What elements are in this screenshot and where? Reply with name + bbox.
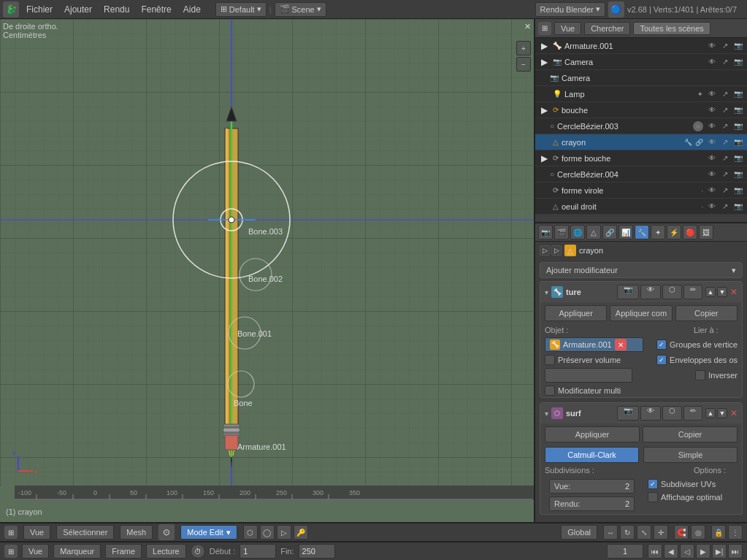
menu-rendu[interactable]: Rendu [98, 3, 135, 16]
render-icon-3[interactable]: 📷 [732, 88, 744, 100]
mode-icon[interactable]: ⊙ [158, 524, 175, 540]
shading-render-btn[interactable]: 🔑 [294, 525, 308, 540]
snap-btn[interactable]: 🧲 [674, 525, 689, 540]
go-start-btn[interactable]: ⏮ [648, 544, 662, 559]
mod-cage-btn[interactable]: ⬡ [662, 285, 682, 299]
cursor-icon-2[interactable]: ↗ [719, 56, 731, 68]
debut-input[interactable]: 1 [240, 544, 276, 559]
render-icon-9[interactable]: 📷 [732, 185, 744, 196]
copy-btn[interactable]: Copier [675, 305, 738, 321]
prop-tab-object[interactable]: △ [586, 225, 601, 239]
prop-tab-scene[interactable]: 🎬 [554, 225, 569, 239]
lock-btn[interactable]: 🔒 [711, 525, 726, 540]
cursor-icon-10[interactable]: ↗ [719, 201, 731, 212]
shading-wire-btn[interactable]: ⬡ [243, 525, 258, 540]
prop-tab-world[interactable]: 🌐 [570, 225, 585, 239]
outliner-item-armature[interactable]: ▶ 🦴 Armature.001 👁 ↗ 📷 [535, 38, 747, 54]
outliner-item-camera-parent[interactable]: ▶ 📷 Camera 👁 ↗ 📷 [535, 54, 747, 70]
timeline-icon[interactable]: ⊞ [4, 545, 18, 558]
mod-edit-btn[interactable]: ✏ [683, 285, 702, 299]
outliner-item-camera-child[interactable]: 📷 Camera [535, 70, 747, 86]
prop-tab-modifier[interactable]: 🔧 [635, 225, 649, 239]
eye-icon-4[interactable]: 👁 [706, 104, 718, 116]
eye-icon-10[interactable]: 👁 [706, 201, 718, 212]
next-keyframe-btn[interactable]: ▶| [712, 544, 727, 559]
mod-render-btn[interactable]: 📷 [617, 285, 639, 299]
eye-icon-3[interactable]: 👁 [706, 88, 718, 100]
shading-tex-btn[interactable]: ▷ [277, 525, 291, 540]
mod-close-btn[interactable]: ✕ [730, 287, 738, 297]
current-frame-input[interactable]: 1 [607, 544, 643, 559]
subdiv-copy-btn[interactable]: Copier [643, 426, 738, 442]
cursor-icon[interactable]: ↗ [719, 40, 731, 52]
go-end-btn[interactable]: ⏭ [728, 544, 743, 559]
subdiviser-checkbox[interactable] [648, 479, 658, 489]
simple-btn[interactable]: Simple [643, 447, 738, 463]
play-back-btn[interactable]: ◁ [680, 544, 694, 559]
viewport-close-btn[interactable]: ✕ [524, 22, 531, 31]
eye-icon-5[interactable]: 👁 [706, 120, 718, 132]
eye-icon[interactable]: 👁 [706, 40, 718, 52]
more-btn[interactable]: ⋮ [728, 525, 743, 540]
outliner-item-cercle003[interactable]: ○ CercleBézier.003 ○ 👁 ↗ 📷 [535, 118, 747, 134]
blender-logo[interactable]: 🐉 [3, 1, 19, 18]
timeline-frame-btn[interactable]: Frame [105, 544, 142, 559]
mod-eye-btn[interactable]: 👁 [640, 285, 661, 299]
render-icon-2[interactable]: 📷 [732, 56, 744, 68]
eye-icon-2[interactable]: 👁 [706, 56, 718, 68]
prop-tab-texture[interactable]: 🖼 [699, 225, 713, 239]
prev-keyframe-btn[interactable]: ◀ [664, 544, 678, 559]
outliner-icon[interactable]: ⊞ [538, 22, 551, 35]
add-modifier-btn[interactable]: Ajouter modificateur ▾ [540, 262, 743, 278]
armature-object-input[interactable]: 🦴 Armature.001 ✕ [545, 337, 643, 352]
render-icon-7[interactable]: 📷 [732, 153, 744, 164]
cursor-icon-8[interactable]: ↗ [719, 169, 731, 180]
outliner-item-lamp[interactable]: 💡 Lamp ✦ 👁 ↗ 📷 [535, 86, 747, 102]
vue-input[interactable]: Vue: 2 [549, 479, 635, 494]
tool-scale-btn[interactable]: ⤡ [637, 525, 651, 540]
play-btn[interactable]: ▶ [696, 544, 710, 559]
timeline-clock-btn[interactable]: ⏱ [191, 544, 205, 559]
object-clear-btn[interactable]: ✕ [615, 339, 627, 350]
mode-selector[interactable]: Mode Edit ▾ [180, 525, 237, 540]
3d-viewport[interactable]: Bone.003 Bone.002 Bone.001 Bone Armature… [0, 19, 535, 522]
selectionner-btn[interactable]: Sélectionner [56, 525, 114, 540]
inverser-checkbox[interactable] [695, 370, 705, 380]
render-icon-10[interactable]: 📷 [732, 201, 744, 212]
subdiv-eye-btn[interactable]: 👁 [640, 406, 661, 421]
tool-rotate-btn[interactable]: ↻ [620, 525, 635, 540]
affichage-checkbox[interactable] [648, 492, 658, 502]
render-icon-4[interactable]: 📷 [732, 104, 744, 116]
menu-fichier[interactable]: Fichier [20, 3, 58, 16]
groupes-checkbox[interactable] [656, 340, 667, 350]
fin-input[interactable]: 250 [299, 544, 335, 559]
eye-icon-7[interactable]: 👁 [706, 153, 718, 164]
subdiv-up-btn[interactable]: ▲ [705, 408, 716, 418]
prop-tab-physics[interactable]: ⚡ [667, 225, 681, 239]
zoom-in-btn[interactable]: + [516, 41, 531, 55]
menu-fenetre[interactable]: Fenêtre [135, 3, 177, 16]
mod-collapse-icon[interactable]: ▾ [545, 288, 548, 296]
zoom-out-btn[interactable]: − [516, 57, 531, 72]
subdiv-down-btn[interactable]: ▼ [717, 408, 727, 418]
cursor-icon-9[interactable]: ↗ [719, 185, 731, 196]
timeline-lecture-btn[interactable]: Lecture [146, 544, 186, 559]
render-icon-8[interactable]: 📷 [732, 169, 744, 180]
outliner-item-oeuil[interactable]: △ oeuil droit · 👁 ↗ 📷 [535, 199, 747, 215]
subdiv-apply-btn[interactable]: Appliquer [545, 426, 640, 442]
timeline-vue-btn[interactable]: Vue [22, 544, 49, 559]
timeline-marqueur-btn[interactable]: Marqueur [53, 544, 101, 559]
prop-tab-constraints[interactable]: 🔗 [602, 225, 617, 239]
menu-aide[interactable]: Aide [177, 3, 207, 16]
outliner-item-formevirole[interactable]: ⟳ forme virole · 👁 ↗ 📷 [535, 183, 747, 199]
render-icon[interactable]: 🔵 [608, 1, 624, 18]
tool-move-btn[interactable]: ↔ [603, 525, 618, 540]
render-icon[interactable]: 📷 [732, 40, 744, 52]
cursor-icon-4[interactable]: ↗ [719, 104, 731, 116]
subdiv-collapse-icon[interactable]: ▾ [545, 410, 548, 418]
mod-up-btn[interactable]: ▲ [705, 287, 716, 297]
subdiv-close-btn[interactable]: ✕ [730, 408, 738, 418]
catmull-clark-btn[interactable]: Catmull-Clark [545, 447, 639, 463]
subdiv-cage-btn[interactable]: ⬡ [662, 406, 682, 421]
multi-checkbox[interactable] [545, 386, 555, 396]
